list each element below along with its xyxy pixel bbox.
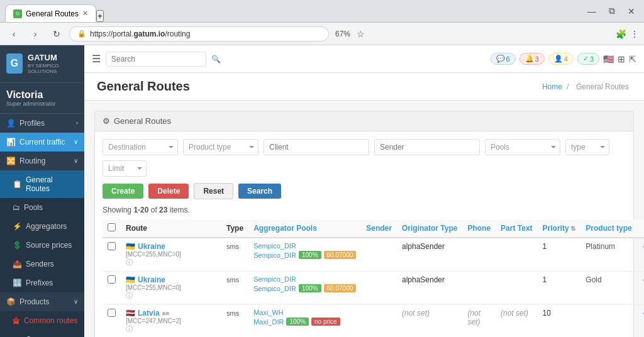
grid-view-icon[interactable]: ⊞: [618, 54, 625, 64]
topbar-search-input[interactable]: [106, 52, 206, 67]
part-text-cell-2: [496, 272, 537, 305]
part-text-cell-3: (not set): [496, 305, 537, 338]
row-checkbox-cell: [103, 238, 121, 272]
row-checkbox-cell-3: [103, 305, 121, 338]
col-actions: [637, 219, 644, 238]
restore-icon[interactable]: ⧉: [605, 6, 619, 16]
source-prices-icon: 💲: [13, 241, 22, 250]
topbar-badge-red[interactable]: 🔔 3: [519, 53, 545, 65]
search-button[interactable]: Search: [238, 184, 281, 199]
sidebar-item-routing[interactable]: 🔀 Routing ∨: [0, 152, 84, 170]
route-info-icon[interactable]: ⓘ: [126, 258, 216, 267]
address-bar[interactable]: 🔒 https://portal.gatum.io/routing: [69, 26, 329, 41]
reload-button[interactable]: ↻: [48, 25, 65, 43]
profiles-arrow: ›: [76, 119, 78, 126]
row-checkbox-cell: [103, 272, 121, 305]
search-icon[interactable]: 🔍: [211, 55, 221, 64]
sidebar-label-aggregators: Aggregators: [26, 222, 67, 231]
sidebar-label-routing: Routing: [19, 157, 45, 165]
extensions-icon[interactable]: 🧩: [616, 29, 626, 39]
zoom-level: 67%: [335, 30, 350, 38]
sidebar-item-products[interactable]: 📦 Products ∨: [0, 292, 84, 311]
topbar-badge-blue[interactable]: 💬 6: [491, 53, 516, 65]
sender-cell: [361, 238, 397, 272]
routing-arrow: ∨: [74, 157, 78, 164]
sidebar-label-source-prices: Source prices: [26, 241, 72, 250]
showing-text: Showing 1-20 of 23 items.: [103, 206, 626, 214]
sidebar-item-prefixes[interactable]: 🔣 Prefixes: [0, 273, 84, 292]
action-button-row: Create Delete Reset Search: [103, 183, 626, 199]
sender-filter[interactable]: [374, 139, 480, 155]
data-table: Route Type Aggregator Pools Sender Origi…: [103, 219, 644, 337]
select-all-checkbox[interactable]: [108, 223, 116, 231]
new-tab-button[interactable]: +: [96, 10, 104, 22]
expand-icon[interactable]: ⇱: [629, 54, 636, 64]
badge-sms-icon: 💬: [496, 55, 505, 63]
back-button[interactable]: ‹: [5, 25, 23, 43]
reset-button[interactable]: Reset: [194, 183, 233, 199]
route-info-icon-3[interactable]: ⓘ: [126, 324, 216, 334]
phone-cell-3: (not set): [462, 305, 496, 338]
row-checkbox[interactable]: [108, 275, 116, 284]
create-button[interactable]: Create: [103, 184, 143, 199]
product-type-filter[interactable]: Product type: [183, 139, 258, 155]
sidebar-item-general-routes[interactable]: 📋 General Routes: [0, 170, 84, 198]
sidebar-item-common-routes[interactable]: 🛣 Common routes: [0, 311, 84, 330]
route-info-icon-2[interactable]: ⓘ: [126, 291, 216, 301]
general-routes-icon: 📋: [13, 180, 22, 189]
route-mcc: [MCC=255,MNC=0]: [126, 251, 216, 258]
language-flag[interactable]: 🇺🇸: [603, 54, 614, 64]
breadcrumb-home-link[interactable]: Home: [542, 82, 562, 91]
active-tab[interactable]: G General Routes ✕: [5, 4, 96, 22]
tab-close-button[interactable]: ✕: [82, 9, 88, 18]
latvia-flag: 🇱🇻: [126, 309, 135, 318]
agg-pct-3: 100%: [286, 318, 309, 326]
sidebar-item-current-traffic[interactable]: 📊 Current traffic ∨: [0, 133, 84, 152]
forward-button[interactable]: ›: [26, 25, 44, 43]
sidebar-item-aggregators[interactable]: ⚡ Aggregators: [0, 217, 84, 236]
delete-button[interactable]: Delete: [148, 184, 189, 199]
agg-pct-2: 100%: [299, 284, 321, 292]
type-filter[interactable]: type: [565, 139, 609, 155]
sidebar-label-profiles: Profiles: [19, 119, 45, 128]
breadcrumb: Home / General Routes: [542, 82, 631, 91]
topbar-badge-green[interactable]: ✓ 3: [577, 53, 599, 65]
row-checkbox-3[interactable]: [108, 309, 116, 317]
table-row: 🇺🇦 Ukraine [MCC=255,MNC=0] ⓘ sms S: [103, 238, 644, 272]
actions-cell-3: 👁 ✏ ↺: [637, 305, 644, 338]
pools-filter[interactable]: Pools: [485, 139, 560, 155]
aggregator-cell: Sempico_DIR Sempico_DIR 100% 60.07000: [248, 238, 361, 272]
aggregator-row-2: Sempico_DIR 100% 60.07000: [253, 251, 356, 259]
badge-blue-count: 6: [506, 55, 510, 63]
agg-name-5: Maxi_WH: [253, 309, 284, 316]
close-window-icon[interactable]: ✕: [624, 6, 639, 16]
sidebar-item-pools[interactable]: 🗂 Pools: [0, 198, 84, 217]
agg-price: 60.07000: [324, 251, 357, 259]
bookmark-icon[interactable]: ☆: [357, 29, 365, 39]
topbar-menu-button[interactable]: ☰: [92, 53, 101, 65]
minimize-icon[interactable]: —: [584, 6, 600, 16]
section-body: Destination Product type Pools type: [94, 131, 634, 337]
row-checkbox[interactable]: [108, 242, 116, 250]
route-mcc-3: [MCC=247,MNC=2]: [126, 318, 216, 324]
route-name: 🇺🇦 Ukraine: [126, 275, 216, 284]
sidebar-item-profiles[interactable]: 👤 Profiles ›: [0, 114, 84, 133]
originator-type-cell: alphaSender: [397, 238, 462, 272]
sidebar-item-common-prices[interactable]: 💰 Common prices: [0, 330, 84, 337]
menu-icon[interactable]: ⋮: [630, 29, 639, 39]
topbar-badge-orange[interactable]: 👤 4: [548, 53, 574, 65]
sidebar-item-senders[interactable]: 📤 Senders: [0, 255, 84, 273]
sidebar-label-traffic: Current traffic: [19, 138, 65, 146]
main-content: General Routes Home / General Routes ⚙ G…: [84, 73, 644, 337]
destination-filter[interactable]: Destination: [103, 139, 178, 155]
product-type-cell: Platinum: [580, 238, 636, 272]
limit-filter[interactable]: Limit: [103, 160, 147, 177]
agg-name-2: Sempico_DIR: [253, 251, 296, 259]
app-layout: G GATUM BY SEMPICO SOLUTIONS Victoria Su…: [0, 45, 644, 337]
logo-text: GATUM BY SEMPICO SOLUTIONS: [28, 53, 78, 75]
client-filter[interactable]: [264, 139, 369, 155]
logo-title: GATUM: [28, 53, 78, 63]
col-product-type: Product type: [580, 219, 636, 238]
sidebar-item-source-prices[interactable]: 💲 Source prices: [0, 236, 84, 255]
col-priority[interactable]: Priority: [538, 219, 581, 238]
